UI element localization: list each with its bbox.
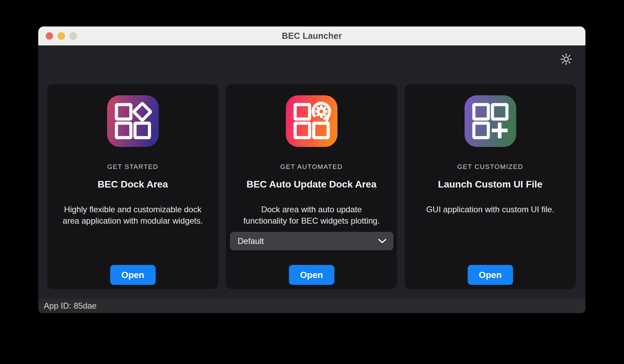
open-dock-area-button[interactable]: Open (110, 265, 156, 285)
theme-toggle-button[interactable] (559, 52, 573, 66)
window-title: BEC Launcher (282, 31, 342, 41)
category-label: GET STARTED (107, 163, 158, 170)
dock-area-app-icon (107, 95, 159, 147)
app-id-text: App ID: 85dae (44, 301, 96, 311)
auto-update-app-icon (286, 95, 337, 147)
chevron-down-icon (378, 238, 387, 244)
card-launch-custom-ui: GET CUSTOMIZED Launch Custom UI File GUI… (405, 84, 576, 289)
card-title: Launch Custom UI File (438, 179, 542, 190)
card-bec-dock-area: GET STARTED BEC Dock Area Highly flexibl… (47, 84, 218, 289)
category-label: GET AUTOMATED (280, 163, 343, 170)
titlebar[interactable]: BEC Launcher (38, 26, 585, 45)
open-custom-ui-button[interactable]: Open (468, 265, 513, 285)
custom-ui-app-icon (465, 95, 516, 147)
open-auto-update-button[interactable]: Open (289, 265, 334, 285)
card-auto-update-dock-area: GET AUTOMATED BEC Auto Update Dock Area … (226, 84, 397, 289)
close-button[interactable] (46, 32, 53, 40)
category-label: GET CUSTOMIZED (457, 163, 523, 170)
dropdown-selected-value: Default (238, 236, 264, 246)
zoom-button[interactable] (70, 32, 77, 40)
card-description: GUI application with custom UI file. (426, 204, 554, 215)
sun-icon (560, 53, 572, 65)
minimize-button[interactable] (58, 32, 65, 40)
card-title: BEC Dock Area (97, 179, 168, 190)
status-bar: App ID: 85dae (38, 299, 585, 313)
bec-launcher-window: BEC Launcher (38, 26, 585, 313)
card-description: Dock area with auto update functionality… (243, 204, 379, 226)
card-description: Highly flexible and customizable dock ar… (63, 204, 203, 226)
launcher-cards: GET STARTED BEC Dock Area Highly flexibl… (47, 84, 576, 289)
content-area: GET STARTED BEC Dock Area Highly flexibl… (38, 45, 585, 299)
card-title: BEC Auto Update Dock Area (247, 179, 377, 190)
environment-dropdown[interactable]: Default (230, 232, 393, 250)
traffic-lights (45, 26, 77, 45)
